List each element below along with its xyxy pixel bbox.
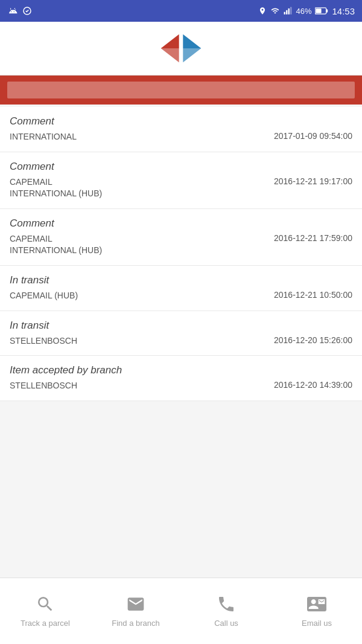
item-status: In transit <box>10 274 352 286</box>
item-details: STELLENBOSCH 2016-12-20 15:26:00 <box>10 335 352 347</box>
nav-item-email[interactable]: Email us <box>272 587 362 635</box>
item-details: CAPEMAILINTERNATIONAL (HUB) 2016-12-21 1… <box>10 233 352 257</box>
item-date: 2016-12-21 19:17:00 <box>274 176 352 186</box>
mail-icon <box>126 594 145 614</box>
item-location: INTERNATIONAL <box>10 131 77 143</box>
nav-label-track: Track a parcel <box>21 619 70 628</box>
tracking-banner <box>0 76 362 105</box>
tracking-item: Comment INTERNATIONAL 2017-01-09 09:54:0… <box>0 107 362 152</box>
tracking-item: Item accepted by branch STELLENBOSCH 201… <box>0 356 362 401</box>
item-date: 2016-12-21 10:50:00 <box>274 290 352 300</box>
search-icon <box>36 594 55 614</box>
svg-marker-10 <box>183 34 201 48</box>
svg-rect-1 <box>284 12 285 14</box>
svg-rect-6 <box>326 9 328 12</box>
tracking-item: Comment CAPEMAILINTERNATIONAL (HUB) 2016… <box>0 209 362 266</box>
bottom-navigation: Track a parcel Find a branch Call us Ema… <box>0 578 362 644</box>
item-date: 2016-12-21 17:59:00 <box>274 233 352 243</box>
android-icon2 <box>22 5 33 16</box>
item-location: STELLENBOSCH <box>10 335 77 347</box>
tracking-list: Comment INTERNATIONAL 2017-01-09 09:54:0… <box>0 107 362 489</box>
svg-marker-9 <box>161 48 179 62</box>
tracking-item: In transit CAPEMAIL (HUB) 2016-12-21 10:… <box>0 266 362 311</box>
tracking-item: Comment CAPEMAILINTERNATIONAL (HUB) 2016… <box>0 152 362 209</box>
status-bar-right: 46% 14:53 <box>258 6 355 16</box>
nav-item-track[interactable]: Track a parcel <box>0 587 91 635</box>
time-display: 14:53 <box>332 6 355 16</box>
content-spacer <box>0 489 362 578</box>
item-location: CAPEMAILINTERNATIONAL (HUB) <box>10 176 102 200</box>
nav-label-call: Call us <box>214 619 238 628</box>
tracking-item: In transit STELLENBOSCH 2016-12-20 15:26… <box>0 311 362 356</box>
svg-rect-2 <box>287 10 288 14</box>
item-details: CAPEMAILINTERNATIONAL (HUB) 2016-12-21 1… <box>10 176 352 200</box>
svg-rect-4 <box>291 7 292 14</box>
brand-logo <box>157 30 205 66</box>
wifi-icon <box>270 7 280 15</box>
nav-item-call[interactable]: Call us <box>181 587 272 635</box>
item-location: CAPEMAILINTERNATIONAL (HUB) <box>10 233 102 257</box>
phone-icon <box>217 594 236 614</box>
item-status: Comment <box>10 115 352 127</box>
nav-item-branch[interactable]: Find a branch <box>91 587 181 635</box>
svg-marker-8 <box>161 34 179 48</box>
item-status: Item accepted by branch <box>10 364 352 376</box>
item-details: CAPEMAIL (HUB) 2016-12-21 10:50:00 <box>10 290 352 302</box>
item-details: STELLENBOSCH 2016-12-20 14:39:00 <box>10 380 352 392</box>
item-date: 2016-12-20 15:26:00 <box>274 335 352 345</box>
item-location: CAPEMAIL (HUB) <box>10 290 78 302</box>
status-bar-left <box>7 5 33 16</box>
status-bar: 46% 14:53 <box>0 0 362 22</box>
item-status: In transit <box>10 320 352 332</box>
location-icon <box>258 7 267 15</box>
item-location: STELLENBOSCH <box>10 380 77 392</box>
contact-icon <box>307 594 326 614</box>
item-date: 2016-12-20 14:39:00 <box>274 380 352 390</box>
app-header <box>0 22 362 76</box>
signal-icon <box>284 7 292 15</box>
nav-label-branch: Find a branch <box>112 619 160 628</box>
svg-marker-11 <box>183 48 201 62</box>
tracking-number-redacted <box>7 82 355 98</box>
battery-text: 46% <box>296 7 311 16</box>
item-details: INTERNATIONAL 2017-01-09 09:54:00 <box>10 131 352 143</box>
battery-icon <box>315 7 328 14</box>
item-status: Comment <box>10 161 352 173</box>
svg-rect-7 <box>316 8 322 13</box>
item-date: 2017-01-09 09:54:00 <box>274 131 352 141</box>
svg-rect-3 <box>288 8 290 14</box>
item-status: Comment <box>10 217 352 230</box>
nav-label-email: Email us <box>302 619 332 628</box>
android-icon <box>7 5 18 16</box>
